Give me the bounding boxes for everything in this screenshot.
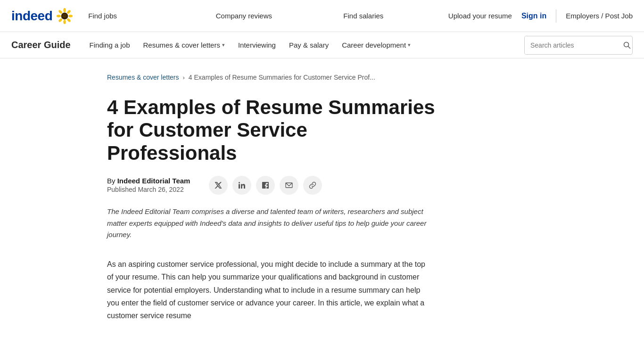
find-jobs-link[interactable]: Find jobs bbox=[88, 12, 193, 20]
twitter-icon bbox=[215, 181, 222, 189]
search-container bbox=[524, 36, 633, 55]
author-bio: The Indeed Editorial Team comprises a di… bbox=[107, 206, 428, 241]
sign-in-button[interactable]: Sign in bbox=[521, 12, 546, 20]
interviewing-link[interactable]: Interviewing bbox=[232, 38, 281, 52]
svg-point-10 bbox=[63, 15, 64, 16]
search-icon bbox=[623, 41, 631, 49]
breadcrumb-current: 4 Examples of Resume Summaries for Custo… bbox=[189, 74, 375, 81]
nav-divider bbox=[556, 9, 556, 23]
author-name: By Indeed Editorial Team bbox=[107, 177, 190, 185]
svg-point-8 bbox=[58, 9, 63, 14]
career-development-link[interactable]: Career development ▾ bbox=[336, 38, 416, 52]
article-body-paragraph: As an aspiring customer service professi… bbox=[107, 258, 428, 322]
career-guide-title: Career Guide bbox=[11, 40, 71, 50]
top-nav: indeed Find jobs bbox=[0, 0, 644, 32]
indeed-logo[interactable]: indeed bbox=[11, 8, 73, 25]
svg-point-12 bbox=[66, 15, 66, 16]
svg-line-16 bbox=[628, 46, 630, 48]
svg-point-5 bbox=[64, 20, 66, 24]
svg-point-14 bbox=[63, 16, 64, 16]
svg-point-1 bbox=[64, 8, 66, 12]
svg-rect-17 bbox=[239, 184, 240, 189]
top-nav-links: Find jobs Company reviews Find salaries bbox=[88, 12, 448, 20]
search-input[interactable] bbox=[525, 36, 619, 54]
breadcrumb-separator: › bbox=[183, 74, 185, 81]
author-row: By Indeed Editorial Team Published March… bbox=[107, 176, 537, 195]
find-salaries-link[interactable]: Find salaries bbox=[343, 12, 448, 20]
article-title: 4 Examples of Resume Summaries for Custo… bbox=[107, 96, 437, 165]
copy-link-button[interactable] bbox=[303, 176, 322, 195]
breadcrumb: Resumes & cover letters › 4 Examples of … bbox=[107, 74, 537, 81]
svg-point-9 bbox=[61, 12, 68, 19]
svg-point-13 bbox=[64, 16, 65, 17]
finding-a-job-link[interactable]: Finding a job bbox=[84, 38, 136, 52]
indeed-logo-text: indeed bbox=[11, 8, 52, 24]
main-content: Resumes & cover letters › 4 Examples of … bbox=[0, 58, 644, 348]
company-reviews-link[interactable]: Company reviews bbox=[216, 12, 321, 20]
facebook-icon bbox=[262, 181, 269, 189]
facebook-share-button[interactable] bbox=[256, 176, 275, 195]
email-icon bbox=[285, 181, 293, 189]
author-info: By Indeed Editorial Team Published March… bbox=[107, 177, 190, 193]
linkedin-icon bbox=[238, 181, 246, 189]
svg-point-7 bbox=[57, 15, 61, 17]
article-body: As an aspiring customer service professi… bbox=[107, 258, 428, 322]
svg-point-4 bbox=[66, 17, 71, 22]
employers-link[interactable]: Employers / Post Job bbox=[566, 12, 633, 20]
link-icon bbox=[309, 181, 316, 189]
upload-resume-link[interactable]: Upload your resume bbox=[448, 12, 512, 20]
social-icons bbox=[209, 176, 322, 195]
svg-point-2 bbox=[66, 9, 71, 14]
search-button[interactable] bbox=[619, 36, 633, 54]
linkedin-share-button[interactable] bbox=[232, 176, 251, 195]
published-date: Published March 26, 2022 bbox=[107, 186, 190, 193]
sunflower-icon bbox=[56, 8, 73, 25]
career-dev-dropdown-arrow: ▾ bbox=[408, 42, 411, 48]
resumes-cover-letters-link[interactable]: Resumes & cover letters ▾ bbox=[138, 38, 231, 52]
secondary-nav-links: Finding a job Resumes & cover letters ▾ … bbox=[84, 38, 524, 52]
resumes-dropdown-arrow: ▾ bbox=[222, 42, 225, 48]
email-share-button[interactable] bbox=[280, 176, 298, 195]
svg-point-18 bbox=[239, 182, 240, 183]
twitter-share-button[interactable] bbox=[209, 176, 228, 195]
svg-point-6 bbox=[58, 17, 63, 22]
svg-point-11 bbox=[65, 14, 66, 15]
breadcrumb-parent-link[interactable]: Resumes & cover letters bbox=[107, 74, 179, 81]
svg-point-3 bbox=[68, 15, 73, 17]
top-nav-right: Upload your resume Sign in Employers / P… bbox=[448, 9, 633, 23]
pay-salary-link[interactable]: Pay & salary bbox=[283, 38, 334, 52]
secondary-nav: Career Guide Finding a job Resumes & cov… bbox=[0, 32, 644, 58]
